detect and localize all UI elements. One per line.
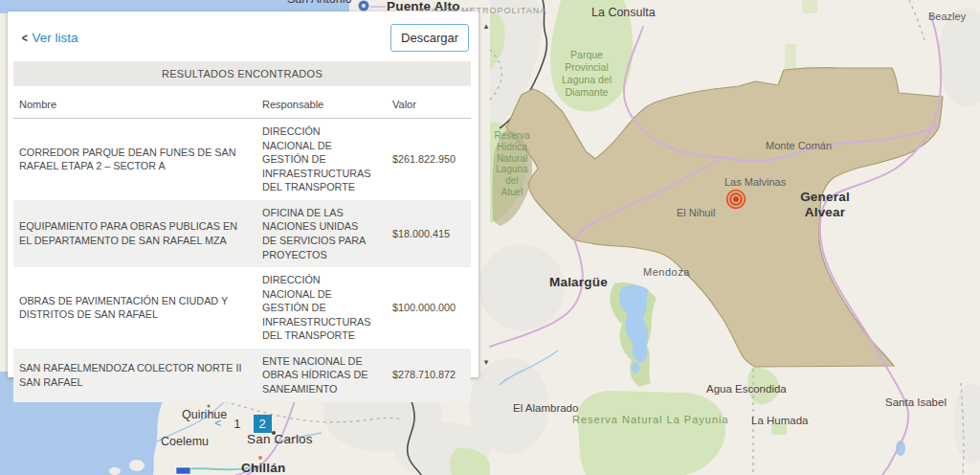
san-rafael-region-polygon[interactable]	[506, 68, 943, 367]
cell-responsable: DIRECCIÓN NACIONAL DE GESTIÓN DE INFRAES…	[262, 267, 379, 349]
scroll-down-icon[interactable]: ▼	[480, 358, 492, 367]
cell-valor: $261.822.950	[379, 152, 471, 167]
results-header: RESULTADOS ENCONTRADOS	[13, 61, 471, 86]
project-marker[interactable]	[727, 191, 746, 209]
download-button[interactable]: Descargar	[390, 24, 469, 52]
table-row[interactable]: CORREDOR PARQUE DEAN FUNES DE SAN RAFAEL…	[13, 119, 471, 200]
results-panel: < Ver lista Descargar RESULTADOS ENCONTR…	[8, 11, 479, 377]
column-header-valor: Valor	[379, 99, 471, 110]
pagination-prev-button[interactable]: <	[214, 417, 221, 430]
back-link-label: Ver lista	[33, 31, 78, 45]
column-header-nombre: Nombre	[13, 99, 262, 110]
pagination-page-2-active[interactable]: 2	[254, 415, 272, 433]
panel-topbar: < Ver lista Descargar	[8, 11, 479, 59]
table-row[interactable]: EQUIPAMIENTO PARA OBRAS PUBLICAS EN EL D…	[13, 200, 471, 267]
cell-valor: $18.000.415	[379, 227, 471, 241]
cell-nombre: CORREDOR PARQUE DEAN FUNES DE SAN RAFAEL…	[13, 138, 262, 181]
park-diamante-area	[550, 0, 633, 111]
cell-nombre: EQUIPAMIENTO PARA OBRAS PUBLICAS EN EL D…	[13, 212, 262, 255]
back-to-list-link[interactable]: < Ver lista	[21, 31, 78, 45]
cell-responsable: OFICINA DE LAS NACIONES UNIDAS DE SERVIC…	[262, 200, 379, 267]
cell-responsable: ENTE NACIONAL DE OBRAS HÍDRICAS DE SANEA…	[262, 349, 379, 402]
cell-valor: $100.000.000	[379, 301, 471, 315]
cell-responsable: DIRECCIÓN NACIONAL DE GESTIÓN DE INFRAES…	[262, 119, 379, 200]
la-payunia-area	[577, 391, 725, 475]
cell-valor: $278.710.872	[379, 368, 471, 382]
cell-nombre: OBRAS DE PAVIMENTACIÓN EN CIUDAD Y DISTR…	[13, 286, 262, 329]
pagination-page-1[interactable]: 1	[234, 417, 240, 431]
pagination: < 1 2	[8, 415, 479, 433]
column-header-responsable: Responsable	[262, 99, 379, 110]
chevron-left-icon: <	[22, 31, 28, 45]
table-row[interactable]: OBRAS DE PAVIMENTACIÓN EN CIUDAD Y DISTR…	[13, 267, 471, 349]
scroll-up-icon[interactable]: ▲	[480, 22, 492, 31]
table-row[interactable]: SAN RAFAELMENDOZA COLECTOR NORTE II SAN …	[13, 349, 471, 402]
table-header-row: Nombre Responsable Valor	[13, 86, 471, 119]
cell-nombre: SAN RAFAELMENDOZA COLECTOR NORTE II SAN …	[13, 353, 262, 396]
